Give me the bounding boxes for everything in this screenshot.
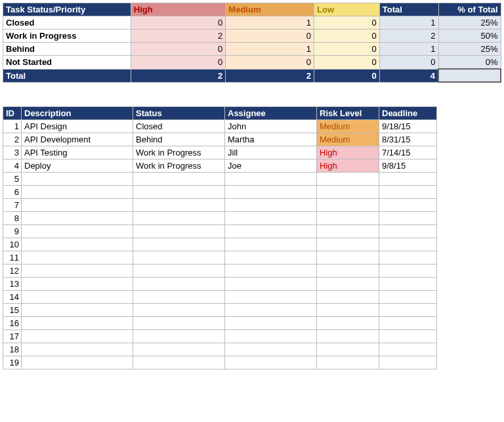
task-cell-id[interactable]: 4 — [3, 159, 22, 173]
task-cell-status[interactable] — [133, 304, 225, 317]
task-cell-risk[interactable] — [317, 199, 379, 212]
task-cell-status[interactable] — [133, 212, 225, 225]
task-cell-id[interactable]: 19 — [3, 356, 22, 369]
summary-cell-high[interactable]: 0 — [131, 56, 226, 70]
task-cell-status[interactable] — [133, 264, 225, 278]
task-cell-risk[interactable] — [317, 264, 379, 278]
task-cell-deadline[interactable] — [379, 199, 437, 212]
task-cell-desc[interactable]: API Development — [22, 133, 133, 146]
task-cell-desc[interactable]: Deploy — [22, 159, 133, 173]
task-cell-assignee[interactable]: Jill — [225, 146, 317, 159]
task-cell-risk[interactable] — [317, 238, 379, 251]
task-cell-desc[interactable] — [22, 225, 133, 238]
task-cell-id[interactable]: 16 — [3, 317, 22, 330]
task-cell-desc[interactable]: API Testing — [22, 146, 133, 159]
task-cell-status[interactable] — [133, 225, 225, 238]
summary-cell-pct[interactable]: 50% — [438, 30, 501, 43]
task-cell-risk[interactable] — [317, 173, 379, 186]
task-cell-id[interactable]: 6 — [3, 186, 22, 199]
task-cell-deadline[interactable] — [379, 212, 437, 225]
task-cell-deadline[interactable] — [379, 186, 437, 199]
task-cell-deadline[interactable] — [379, 225, 437, 238]
summary-cell-high[interactable]: 0 — [131, 43, 226, 56]
task-cell-status[interactable] — [133, 291, 225, 304]
task-cell-id[interactable]: 9 — [3, 225, 22, 238]
task-cell-status[interactable] — [133, 238, 225, 251]
summary-cell-pct[interactable]: 25% — [438, 16, 501, 30]
task-cell-assignee[interactable] — [225, 264, 317, 278]
summary-cell-low[interactable]: 0 — [314, 30, 380, 43]
task-cell-status[interactable] — [133, 356, 225, 369]
task-cell-assignee[interactable]: Martha — [225, 133, 317, 146]
task-cell-risk[interactable] — [317, 291, 379, 304]
task-cell-deadline[interactable] — [379, 317, 437, 330]
task-cell-status[interactable] — [133, 278, 225, 291]
task-cell-risk[interactable] — [317, 186, 379, 199]
task-cell-assignee[interactable] — [225, 186, 317, 199]
task-cell-deadline[interactable]: 7/14/15 — [379, 146, 437, 159]
task-cell-desc[interactable] — [22, 199, 133, 212]
task-cell-desc[interactable] — [22, 304, 133, 317]
summary-cell-pct[interactable]: 25% — [438, 43, 501, 56]
task-cell-risk[interactable] — [317, 330, 379, 343]
task-cell-desc[interactable] — [22, 278, 133, 291]
summary-cell-high[interactable]: 0 — [131, 16, 226, 30]
task-cell-assignee[interactable] — [225, 304, 317, 317]
task-cell-desc[interactable] — [22, 251, 133, 264]
task-cell-status[interactable] — [133, 251, 225, 264]
task-cell-id[interactable]: 12 — [3, 264, 22, 278]
task-cell-risk[interactable] — [317, 356, 379, 369]
task-cell-id[interactable]: 11 — [3, 251, 22, 264]
task-cell-status[interactable] — [133, 317, 225, 330]
task-cell-risk[interactable] — [317, 304, 379, 317]
task-cell-id[interactable]: 5 — [3, 173, 22, 186]
task-cell-desc[interactable] — [22, 264, 133, 278]
task-cell-assignee[interactable] — [225, 212, 317, 225]
task-cell-status[interactable] — [133, 199, 225, 212]
task-cell-assignee[interactable] — [225, 343, 317, 356]
summary-cell-total[interactable]: 1 — [379, 16, 438, 30]
task-cell-desc[interactable] — [22, 212, 133, 225]
task-cell-risk[interactable] — [317, 278, 379, 291]
task-cell-id[interactable]: 2 — [3, 133, 22, 146]
task-cell-id[interactable]: 13 — [3, 278, 22, 291]
task-cell-deadline[interactable] — [379, 356, 437, 369]
task-cell-status[interactable] — [133, 330, 225, 343]
task-cell-deadline[interactable] — [379, 343, 437, 356]
task-cell-deadline[interactable]: 9/8/15 — [379, 159, 437, 173]
summary-cell-med[interactable]: 0 — [226, 30, 314, 43]
task-cell-desc[interactable] — [22, 238, 133, 251]
summary-cell-total[interactable]: 0 — [379, 56, 438, 70]
task-cell-assignee[interactable] — [225, 317, 317, 330]
task-cell-status[interactable] — [133, 343, 225, 356]
task-cell-id[interactable]: 14 — [3, 291, 22, 304]
task-cell-assignee[interactable] — [225, 356, 317, 369]
summary-cell-med[interactable]: 1 — [226, 16, 314, 30]
task-cell-id[interactable]: 3 — [3, 146, 22, 159]
task-cell-desc[interactable] — [22, 356, 133, 369]
task-cell-risk[interactable] — [317, 251, 379, 264]
task-cell-risk[interactable]: Medium — [317, 133, 379, 146]
task-cell-desc[interactable]: API Design — [22, 120, 133, 133]
task-cell-assignee[interactable] — [225, 330, 317, 343]
task-cell-assignee[interactable]: Joe — [225, 159, 317, 173]
task-cell-id[interactable]: 15 — [3, 304, 22, 317]
task-cell-id[interactable]: 1 — [3, 120, 22, 133]
task-cell-assignee[interactable] — [225, 199, 317, 212]
summary-cell-total[interactable]: 2 — [379, 30, 438, 43]
task-cell-deadline[interactable] — [379, 173, 437, 186]
task-cell-status[interactable] — [133, 186, 225, 199]
task-cell-desc[interactable] — [22, 343, 133, 356]
task-cell-assignee[interactable] — [225, 238, 317, 251]
task-cell-risk[interactable] — [317, 212, 379, 225]
task-cell-risk[interactable]: High — [317, 159, 379, 173]
task-cell-deadline[interactable] — [379, 251, 437, 264]
task-cell-desc[interactable] — [22, 317, 133, 330]
task-cell-risk[interactable] — [317, 317, 379, 330]
summary-cell-low[interactable]: 0 — [314, 16, 380, 30]
task-cell-assignee[interactable] — [225, 251, 317, 264]
task-cell-desc[interactable] — [22, 291, 133, 304]
task-cell-assignee[interactable] — [225, 225, 317, 238]
task-cell-desc[interactable] — [22, 173, 133, 186]
task-cell-desc[interactable] — [22, 330, 133, 343]
